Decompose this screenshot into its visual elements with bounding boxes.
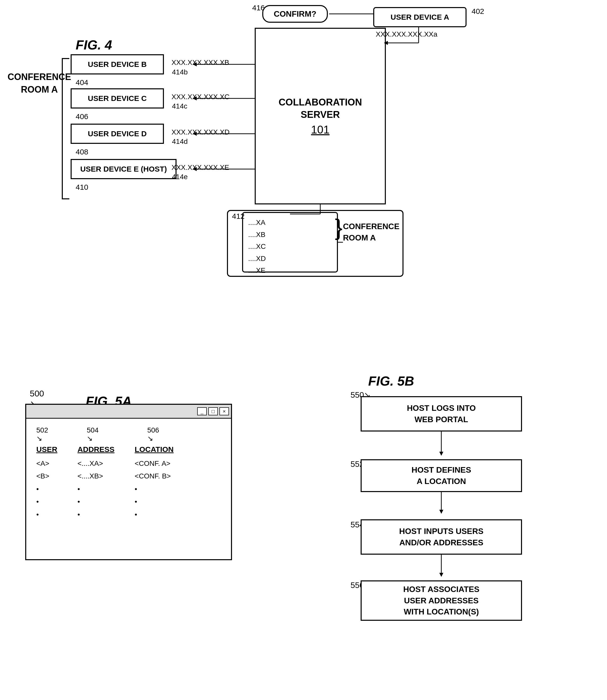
- collab-server-num: 101: [311, 123, 329, 136]
- device-e-label: USER DEVICE E (HOST): [80, 165, 167, 173]
- collab-server-box: COLLABORATIONSERVER 101: [255, 28, 386, 204]
- col-loc-b: <CONF. B>: [135, 470, 173, 482]
- ip-d-label: XXX.XXX.XXX.XD: [171, 128, 229, 136]
- fig5a-window: _ □ × 502↘ 504↘ 506↘ USER <A> <B> • • •: [25, 404, 232, 560]
- device-e-box: USER DEVICE E (HOST): [70, 159, 176, 179]
- col-location: LOCATION <CONF. A> <CONF. B> • • •: [135, 445, 173, 521]
- user-device-a-box: USER DEVICE A: [373, 7, 466, 27]
- col-loc-dot3: •: [135, 508, 173, 521]
- device-e-num: 410: [76, 183, 88, 192]
- ip-c-label: XXX.XXX.XXX.XC: [171, 93, 229, 101]
- col-user-dot3: •: [36, 508, 57, 521]
- fig5b-label: FIG. 5B: [368, 374, 414, 388]
- maximize-button[interactable]: □: [208, 407, 218, 415]
- user-device-a-num: 402: [472, 7, 484, 16]
- device-d-box: USER DEVICE D: [70, 124, 164, 144]
- device-c-box: USER DEVICE C: [70, 88, 164, 108]
- col-user-dot1: •: [36, 483, 57, 495]
- col-addr-dot2: •: [78, 495, 114, 508]
- confirm-num: 416: [252, 3, 265, 12]
- col-address: ADDRESS <....XA> <....XB> • • •: [78, 445, 114, 521]
- arrow-id-d: 414d: [172, 138, 188, 146]
- fig5a-titlebar: _ □ ×: [26, 405, 231, 419]
- device-b-label: USER DEVICE B: [88, 60, 147, 68]
- step-554-box: HOST INPUTS USERSAND/OR ADDRESSES: [361, 519, 522, 555]
- device-b-box: USER DEVICE B: [70, 54, 164, 75]
- step-550-box: HOST LOGS INTOWEB PORTAL: [361, 396, 522, 432]
- col-user: USER <A> <B> • • •: [36, 445, 57, 521]
- close-button[interactable]: ×: [219, 407, 229, 415]
- col-user-a: <A>: [36, 457, 57, 470]
- col-user-dot2: •: [36, 495, 57, 508]
- confirm-box: CONFIRM?: [262, 5, 328, 23]
- step-556-box: HOST ASSOCIATESUSER ADDRESSESWITH LOCATI…: [361, 580, 522, 621]
- col-addr-dot1: •: [78, 483, 114, 495]
- svg-marker-21: [439, 573, 443, 577]
- col-addr-dot3: •: [78, 508, 114, 521]
- conference-room-bracket: [62, 58, 69, 199]
- user-device-a-label: USER DEVICE A: [391, 13, 449, 21]
- step-556-label: HOST ASSOCIATESUSER ADDRESSESWITH LOCATI…: [403, 584, 479, 618]
- device-c-num: 406: [76, 112, 88, 121]
- fig5a-cols: USER <A> <B> • • • ADDRESS <....XA> <...…: [36, 445, 221, 521]
- step-550-label: HOST LOGS INTOWEB PORTAL: [407, 402, 476, 425]
- step-554-label: HOST INPUTS USERSAND/OR ADDRESSES: [399, 526, 483, 548]
- svg-marker-17: [439, 452, 443, 456]
- col-addr-xa: <....XA>: [78, 457, 114, 470]
- ip-e-label: XXX.XXX.XXX.XE: [171, 163, 229, 172]
- col-loc-dot1: •: [135, 483, 173, 495]
- col-loc-dot2: •: [135, 495, 173, 508]
- conf-room-outer-box: [227, 210, 403, 277]
- arrow-id-e: 414e: [172, 173, 188, 181]
- col-user-header: USER: [36, 445, 57, 454]
- col-addr-xb: <....XB>: [78, 470, 114, 482]
- col-location-header: LOCATION: [135, 445, 173, 454]
- confirm-label: CONFIRM?: [274, 9, 316, 19]
- col-loc-a: <CONF. A>: [135, 457, 173, 470]
- page: FIG. 4 CONFIRM? 416 USER DEVICE A 402 XX…: [0, 0, 607, 700]
- step-552-label: HOST DEFINESA LOCATION: [412, 464, 471, 487]
- device-d-label: USER DEVICE D: [88, 129, 147, 138]
- device-c-label: USER DEVICE C: [88, 94, 147, 103]
- minimize-button[interactable]: _: [197, 407, 207, 415]
- col-num-506: 506↘: [147, 426, 188, 443]
- arrow-id-c: 414c: [172, 102, 187, 110]
- fig4-label: FIG. 4: [76, 37, 112, 53]
- col-num-504: 504↘: [87, 426, 127, 443]
- col-address-header: ADDRESS: [78, 445, 114, 454]
- step-552-box: HOST DEFINESA LOCATION: [361, 459, 522, 492]
- collab-server-text: COLLABORATIONSERVER: [279, 96, 362, 121]
- device-b-num: 404: [76, 78, 88, 87]
- fig5a-content: 502↘ 504↘ 506↘ USER <A> <B> • • • ADDRES…: [26, 419, 231, 528]
- arrow-id-b: 414b: [172, 68, 188, 76]
- device-d-num: 408: [76, 147, 88, 156]
- svg-marker-19: [439, 510, 443, 514]
- col-user-b: <B>: [36, 470, 57, 482]
- ip-b-label: XXX.XXX.XXX.XB: [171, 59, 229, 67]
- col-num-502: 502↘: [36, 426, 67, 443]
